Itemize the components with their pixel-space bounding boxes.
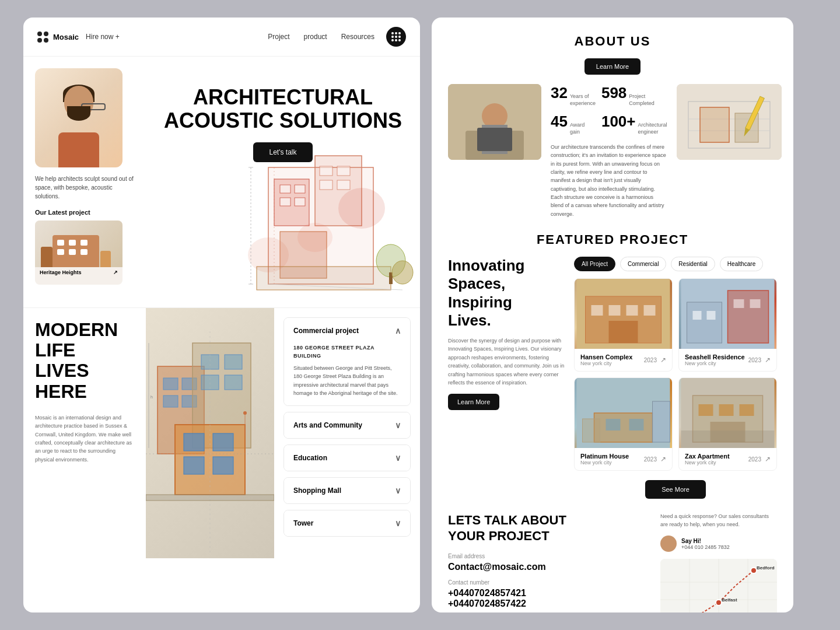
hire-button[interactable]: Hire now +: [86, 33, 120, 41]
project-item-3[interactable]: Zax Apartment New york city 2023 ↗: [678, 377, 777, 471]
project-name-0: Hansen Complex: [580, 354, 632, 360]
hero-avatar: [35, 68, 123, 167]
accordion-label-4: Tower: [293, 519, 313, 527]
navbar: Mosaic Hire now + Project product Resour…: [23, 18, 420, 57]
hero-title-line2: ACOUSTIC SOLUTIONS: [164, 108, 402, 132]
project-arrow-icon-1[interactable]: ↗: [765, 356, 771, 364]
avatar-body: [58, 132, 99, 167]
project-item-1[interactable]: Seashell Residence New york city 2023 ↗: [678, 278, 777, 372]
menu-button[interactable]: [386, 27, 406, 47]
svg-rect-50: [477, 128, 512, 151]
project-name-2: Platinum House: [580, 453, 629, 460]
logo[interactable]: Mosaic: [37, 32, 79, 43]
nav-link-project[interactable]: Project: [268, 33, 289, 41]
svg-rect-80: [629, 419, 644, 430]
svg-text:h: h: [150, 395, 153, 399]
contact-phone2-value[interactable]: +04407024857422: [448, 598, 651, 609]
featured-learn-button[interactable]: Learn More: [448, 394, 499, 410]
svg-rect-41: [146, 495, 274, 501]
chevron-down-icon-2: ∨: [395, 453, 401, 463]
contact-map: Bedford Belfast Beekman: [660, 559, 777, 612]
person-avatar-icon: [660, 536, 677, 552]
filter-tab-residential[interactable]: Residential: [671, 257, 715, 271]
accordion-container: Commercial project ∧ 180 GEORGE STREET P…: [274, 308, 420, 558]
svg-rect-63: [626, 305, 638, 316]
arch-illustration: h: [146, 308, 274, 558]
svg-rect-62: [609, 305, 621, 316]
featured-content: Innovating Spaces, Inspiring Lives. Disc…: [448, 257, 777, 499]
filter-tab-commercial[interactable]: Commercial: [620, 257, 666, 271]
about-person-image: [448, 84, 541, 160]
project-arrow-icon-2[interactable]: ↗: [660, 455, 666, 463]
nav-link-product[interactable]: product: [304, 33, 327, 41]
svg-rect-33: [225, 375, 242, 390]
svg-rect-35: [184, 433, 204, 451]
accordion-header-2[interactable]: Education ∨: [284, 445, 410, 471]
projects-grid: Hansen Complex New york city 2023 ↗: [574, 278, 777, 471]
contact-phone1-value[interactable]: +04407024857421: [448, 588, 651, 598]
lower-title-line3: HERE: [35, 381, 87, 402]
right-panel: ABOUT US Learn More 32 Years: [432, 18, 793, 612]
accordion-label-1: Arts and Community: [293, 421, 362, 429]
accordion-label-2: Education: [293, 454, 327, 462]
about-stats: 32 Years of experience 598 Project Compl…: [551, 84, 667, 136]
project-arrow-icon[interactable]: ↗: [113, 270, 118, 275]
stat-years-label: Years of experience: [570, 93, 596, 107]
featured-tagline-line1: Innovating: [448, 257, 524, 274]
contact-left: LETS TALK ABOUT YOUR PROJECT Email addre…: [448, 513, 651, 612]
svg-rect-37: [184, 457, 204, 474]
latest-project-card[interactable]: Heritage Heights ↗: [35, 220, 123, 285]
project-name-3: Zax Apartment: [685, 453, 730, 460]
nav-link-resources[interactable]: Resources: [341, 33, 374, 41]
nav-links: Project product Resources: [268, 33, 374, 41]
chevron-down-icon-3: ∨: [395, 486, 401, 495]
accordion-header-0[interactable]: Commercial project ∧: [284, 318, 410, 344]
svg-rect-4: [280, 185, 290, 193]
project-year-1: 2023: [748, 357, 761, 363]
accordion-header-3[interactable]: Shopping Mall ∨: [284, 478, 410, 503]
stat-engineers-label: Architectural engineer: [638, 122, 667, 135]
stat-projects-label: Project Completed: [629, 93, 667, 107]
accordion-label-3: Shopping Mall: [293, 487, 341, 495]
hero-title: ARCHITECTURAL ACOUSTIC SOLUTIONS: [164, 86, 402, 132]
svg-rect-85: [719, 404, 734, 416]
project-arrow-icon-3[interactable]: ↗: [765, 455, 771, 463]
svg-rect-6: [280, 198, 290, 206]
accordion-header-4[interactable]: Tower ∨: [284, 510, 410, 536]
project-arrow-icon-0[interactable]: ↗: [660, 356, 666, 364]
hero-cta-button[interactable]: Let's talk: [253, 142, 313, 162]
contact-email-value[interactable]: Contact@mosaic.com: [448, 562, 651, 572]
stat-years-number: 32: [551, 84, 568, 102]
lower-left: MODERN LIFE LIVES HERE Mosaic is an inte…: [23, 308, 146, 558]
stat-years: 32 Years of experience: [551, 84, 596, 107]
svg-rect-72: [707, 311, 716, 320]
avatar-beard: [67, 106, 90, 121]
contact-title-line1: LETS TALK ABOUT: [448, 513, 566, 527]
stat-engineers-number: 100+: [601, 113, 636, 131]
see-more-button[interactable]: See More: [645, 480, 706, 499]
accordion-item-4: Tower ∨: [284, 510, 411, 537]
filter-tab-all[interactable]: All Project: [574, 257, 615, 271]
svg-text:Belfast: Belfast: [722, 597, 737, 603]
accordion-item-2: Education ∨: [284, 444, 411, 471]
contact-title-line2: YOUR PROJECT: [448, 528, 550, 543]
contact-phone-label: Contact number: [448, 579, 651, 586]
stat-projects: 598 Project Completed: [601, 84, 667, 107]
svg-rect-64: [644, 305, 656, 316]
svg-rect-31: [225, 355, 242, 369]
about-learn-button[interactable]: Learn More: [584, 58, 640, 75]
project-item-0[interactable]: Hansen Complex New york city 2023 ↗: [574, 278, 673, 372]
svg-point-18: [248, 237, 289, 272]
chevron-down-icon-4: ∨: [395, 519, 401, 528]
filter-tab-healthcare[interactable]: Healthcare: [720, 257, 763, 271]
svg-rect-36: [213, 433, 233, 451]
accordion-text-0: Situated between George and Pitt Streets…: [293, 364, 401, 398]
project-image-1: [679, 279, 776, 349]
lower-illustration: h: [146, 308, 274, 558]
svg-point-15: [392, 261, 413, 284]
project-item-2[interactable]: Platinum House New york city 2023 ↗: [574, 377, 673, 471]
accordion-item-1: Arts and Community ∨: [284, 412, 411, 439]
svg-point-97: [716, 600, 722, 606]
accordion-header-1[interactable]: Arts and Community ∨: [284, 412, 410, 438]
svg-rect-78: [583, 419, 600, 442]
